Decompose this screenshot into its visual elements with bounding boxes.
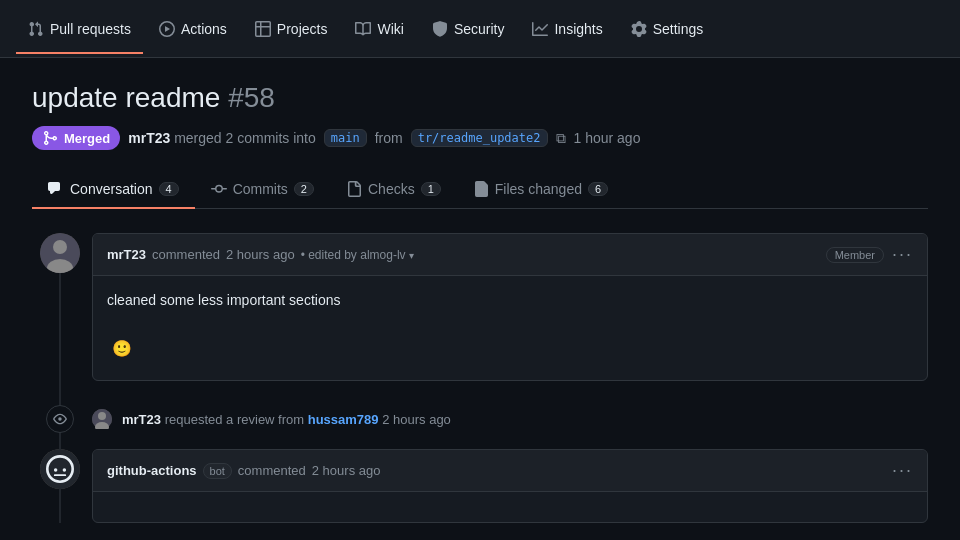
- shield-icon: [432, 21, 448, 37]
- eye-icon-wrap: [46, 405, 74, 433]
- timeline: mrT23 commented 2 hours ago • edited by …: [32, 233, 928, 523]
- tab-commits-count: 2: [294, 182, 314, 196]
- timeline-event-review: mrT23 requested a review from hussam789 …: [92, 397, 928, 441]
- bot-avatar-icon: [40, 449, 80, 489]
- comments-section: mrT23 commented 2 hours ago • edited by …: [32, 209, 928, 523]
- conversation-icon: [48, 181, 64, 197]
- pr-author: mrT23 merged 2 commits into: [128, 130, 316, 146]
- checks-icon: [346, 181, 362, 197]
- comment-body-bot: [93, 492, 927, 522]
- comment-time-1: 2 hours ago: [226, 247, 295, 262]
- tab-conversation-label: Conversation: [70, 181, 153, 197]
- nav-security-label: Security: [454, 21, 505, 37]
- comment-header-left-bot: github-actions bot commented 2 hours ago: [107, 463, 380, 479]
- pr-time: 1 hour ago: [574, 130, 641, 146]
- nav-pull-requests-label: Pull requests: [50, 21, 131, 37]
- comment-box-1: mrT23 commented 2 hours ago • edited by …: [92, 233, 928, 381]
- nav-settings-label: Settings: [653, 21, 704, 37]
- comment-header-left-1: mrT23 commented 2 hours ago • edited by …: [107, 247, 414, 262]
- tab-files-changed-count: 6: [588, 182, 608, 196]
- nav-wiki-label: Wiki: [377, 21, 403, 37]
- comment-box-bot: github-actions bot commented 2 hours ago…: [92, 449, 928, 523]
- pr-number: #58: [228, 82, 275, 113]
- nav-projects[interactable]: Projects: [243, 13, 340, 45]
- source-branch[interactable]: tr/readme_update2: [411, 129, 548, 147]
- comment-action-1: commented: [152, 247, 220, 262]
- pr-tabs: Conversation 4 Commits 2 Checks 1 Files …: [32, 170, 928, 209]
- play-icon: [159, 21, 175, 37]
- commits-icon: [211, 181, 227, 197]
- comment-body-1: cleaned some less important sections 🙂: [93, 276, 927, 380]
- tab-checks-count: 1: [421, 182, 441, 196]
- nav-settings[interactable]: Settings: [619, 13, 716, 45]
- svg-point-4: [98, 412, 106, 420]
- event-actor[interactable]: mrT23: [122, 412, 161, 427]
- bot-action: commented: [238, 463, 306, 478]
- comment-text-1: cleaned some less important sections: [107, 290, 913, 311]
- nav-pull-requests[interactable]: Pull requests: [16, 13, 143, 45]
- merged-badge-label: Merged: [64, 131, 110, 146]
- copy-branch-button[interactable]: ⧉: [556, 130, 566, 147]
- member-badge: Member: [826, 247, 884, 263]
- pr-title-text: update readme: [32, 82, 220, 113]
- comment-1: mrT23 commented 2 hours ago • edited by …: [92, 233, 928, 381]
- tab-checks[interactable]: Checks 1: [330, 171, 457, 209]
- from-text: from: [375, 130, 403, 146]
- avatar-mrt23: [40, 233, 80, 273]
- bot-username[interactable]: github-actions: [107, 463, 197, 478]
- edited-chevron-icon[interactable]: ▾: [409, 250, 414, 261]
- nav-insights[interactable]: Insights: [520, 13, 614, 45]
- svg-point-1: [53, 240, 67, 254]
- event-text: mrT23 requested a review from hussam789 …: [122, 412, 451, 427]
- comment-username-1[interactable]: mrT23: [107, 247, 146, 262]
- tab-commits-label: Commits: [233, 181, 288, 197]
- nav-security[interactable]: Security: [420, 13, 517, 45]
- nav-insights-label: Insights: [554, 21, 602, 37]
- nav-actions-label: Actions: [181, 21, 227, 37]
- event-avatar-mrt23: [92, 409, 112, 429]
- nav-projects-label: Projects: [277, 21, 328, 37]
- comment-more-button-1[interactable]: ···: [892, 244, 913, 265]
- comment-header-1: mrT23 commented 2 hours ago • edited by …: [93, 234, 927, 276]
- pr-status-bar: Merged mrT23 merged 2 commits into main …: [32, 126, 928, 150]
- comment-bot: github-actions bot commented 2 hours ago…: [92, 449, 928, 523]
- comment-header-right-bot: ···: [892, 460, 913, 481]
- edited-by-link[interactable]: almog-lv: [360, 248, 405, 262]
- bot-badge: bot: [203, 463, 232, 479]
- comment-more-button-bot[interactable]: ···: [892, 460, 913, 481]
- files-changed-icon: [473, 181, 489, 197]
- event-target[interactable]: hussam789: [308, 412, 379, 427]
- comment-header-bot: github-actions bot commented 2 hours ago…: [93, 450, 927, 492]
- eye-icon: [53, 412, 67, 426]
- main-content: update readme #58 Merged mrT23 merged 2 …: [0, 58, 960, 523]
- comment-edited-1: • edited by almog-lv ▾: [301, 248, 414, 262]
- table-icon: [255, 21, 271, 37]
- comment-header-right-1: Member ···: [826, 244, 913, 265]
- nav-wiki[interactable]: Wiki: [343, 13, 415, 45]
- target-branch[interactable]: main: [324, 129, 367, 147]
- merge-icon: [42, 130, 58, 146]
- gear-icon: [631, 21, 647, 37]
- graph-icon: [532, 21, 548, 37]
- emoji-reaction-button[interactable]: 🙂: [107, 332, 137, 366]
- pr-title: update readme #58: [32, 82, 928, 114]
- book-icon: [355, 21, 371, 37]
- bot-time: 2 hours ago: [312, 463, 381, 478]
- tab-files-changed-label: Files changed: [495, 181, 582, 197]
- tab-checks-label: Checks: [368, 181, 415, 197]
- tab-files-changed[interactable]: Files changed 6: [457, 171, 624, 209]
- tab-conversation-count: 4: [159, 182, 179, 196]
- merged-badge: Merged: [32, 126, 120, 150]
- avatar-github-actions: [40, 449, 80, 489]
- tab-commits[interactable]: Commits 2: [195, 171, 330, 209]
- tab-conversation[interactable]: Conversation 4: [32, 171, 195, 209]
- top-nav: Pull requests Actions Projects Wiki: [0, 0, 960, 58]
- pr-icon: [28, 21, 44, 37]
- nav-actions[interactable]: Actions: [147, 13, 239, 45]
